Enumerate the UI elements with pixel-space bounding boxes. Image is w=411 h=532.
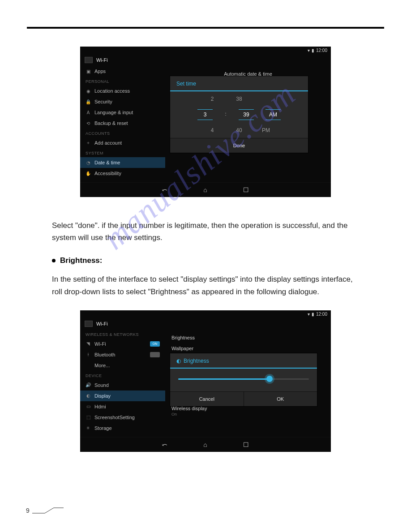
minute-selected[interactable]: 39 bbox=[239, 109, 254, 120]
status-time: 12:00 bbox=[316, 48, 327, 53]
sidebar-item-label: Hdmi bbox=[94, 404, 106, 409]
sidebar-item-apps[interactable]: ▣Apps bbox=[80, 66, 165, 77]
wifi-icon: ◥ bbox=[86, 341, 91, 347]
sidebar-item-label: More... bbox=[94, 363, 110, 368]
lock-icon: 🔒 bbox=[86, 99, 91, 104]
hdmi-icon: ▭ bbox=[86, 404, 91, 409]
sidebar-item-more[interactable]: More... bbox=[80, 360, 165, 371]
wifi-tile-icon bbox=[85, 57, 93, 63]
sound-icon: 🔊 bbox=[86, 382, 91, 388]
battery-icon: ▮ bbox=[312, 312, 314, 317]
slider-fill bbox=[178, 378, 270, 380]
content-brightness[interactable]: Brightness bbox=[170, 332, 326, 343]
more-icon bbox=[86, 363, 91, 368]
camera-icon: ⬚ bbox=[86, 415, 91, 420]
sidebar-item-security[interactable]: 🔒Security bbox=[80, 96, 165, 107]
sidebar-item-bluetooth[interactable]: ᚼBluetooth bbox=[80, 349, 165, 360]
bt-toggle[interactable] bbox=[150, 352, 160, 357]
hour-prev[interactable]: 2 bbox=[205, 94, 220, 104]
settings-sidebar: WIRELESS & NETWORKS ◥Wi-FiON ᚼBluetooth … bbox=[80, 330, 165, 437]
sidebar-item-label: Sound bbox=[94, 382, 109, 388]
hour-selected[interactable]: 3 bbox=[197, 109, 213, 120]
wireless-display-sub: On bbox=[171, 412, 325, 416]
screenshot-set-time: ▾ ▮ 12:00 Wi-Fi ▣Apps PERSONAL ◉Location… bbox=[80, 47, 331, 197]
hand-icon: ✋ bbox=[86, 171, 91, 176]
cancel-button[interactable]: Cancel bbox=[170, 392, 244, 406]
status-bar: ▾ ▮ 12:00 bbox=[80, 47, 331, 54]
sidebar-item-label: Security bbox=[94, 99, 112, 104]
page-number: 9 bbox=[26, 507, 30, 514]
sidebar-header-accounts: ACCOUNTS bbox=[80, 129, 165, 137]
back-icon[interactable]: ⤺ bbox=[162, 186, 167, 193]
page-top-rule bbox=[27, 27, 384, 29]
sidebar-header-personal: PERSONAL bbox=[80, 77, 165, 86]
sidebar-item-label: Location access bbox=[94, 88, 130, 94]
wifi-header-row: Wi-Fi bbox=[80, 54, 331, 66]
sidebar-item-language[interactable]: ALanguage & input bbox=[80, 107, 165, 118]
done-button[interactable]: Done bbox=[170, 138, 308, 153]
dialog-title-label: Brightness bbox=[184, 358, 209, 364]
sidebar-item-backup[interactable]: ⟲Backup & reset bbox=[80, 118, 165, 129]
language-icon: A bbox=[86, 110, 91, 115]
content-wallpaper[interactable]: Wallpaper bbox=[170, 343, 326, 354]
sidebar-item-accessibility[interactable]: ✋Accessibility bbox=[80, 168, 165, 179]
page-footer-line-icon bbox=[32, 507, 64, 514]
set-time-dialog: Set time 2 38 3 : 39 AM 4 40 PM Done bbox=[170, 76, 308, 153]
brightness-dialog: ◐Brightness Cancel OK bbox=[170, 353, 317, 407]
sidebar-item-label: Backup & reset bbox=[94, 120, 128, 126]
sidebar-item-add-account[interactable]: ＋Add account bbox=[80, 137, 165, 148]
sidebar-header-wireless: WIRELESS & NETWORKS bbox=[80, 330, 165, 339]
wifi-tile-icon bbox=[85, 321, 93, 327]
brightness-slider[interactable] bbox=[178, 378, 309, 380]
sidebar-item-display[interactable]: ◐Display bbox=[80, 390, 165, 401]
recent-icon[interactable]: ☐ bbox=[243, 441, 249, 448]
paragraph-done: Select "done". if the input number is le… bbox=[52, 219, 359, 244]
dialog-title: ◐Brightness bbox=[170, 353, 317, 369]
storage-icon: ≡ bbox=[86, 425, 91, 431]
status-time: 12:00 bbox=[316, 312, 327, 317]
status-bar: ▾ ▮ 12:00 bbox=[80, 310, 331, 318]
sidebar-item-screenshot[interactable]: ⬚ScreenshotSetting bbox=[80, 412, 165, 423]
sidebar-item-storage[interactable]: ≡Storage bbox=[80, 423, 165, 433]
bluetooth-icon: ᚼ bbox=[86, 352, 91, 357]
sidebar-item-label: Add account bbox=[94, 140, 122, 146]
slider-thumb[interactable] bbox=[266, 376, 273, 382]
ampm-next[interactable]: PM bbox=[258, 125, 274, 135]
sidebar-item-hdmi[interactable]: ▭Hdmi bbox=[80, 401, 165, 412]
sidebar-header-device: DEVICE bbox=[80, 371, 165, 380]
sidebar-item-label: Display bbox=[94, 393, 111, 399]
nav-bar: ⤺ ⌂ ☐ bbox=[80, 182, 331, 197]
sidebar-item-label: Wi-Fi bbox=[94, 341, 106, 347]
wifi-status-icon: ▾ bbox=[308, 48, 310, 53]
hour-next[interactable]: 4 bbox=[205, 125, 220, 135]
home-icon[interactable]: ⌂ bbox=[203, 186, 207, 193]
nav-bar: ⤺ ⌂ ☐ bbox=[80, 437, 331, 452]
sidebar-header-system: SYSTEM bbox=[80, 148, 165, 157]
sidebar-item-wifi[interactable]: ◥Wi-FiON bbox=[80, 339, 165, 349]
minute-prev[interactable]: 38 bbox=[231, 94, 247, 104]
time-colon: : bbox=[224, 109, 227, 120]
minute-next[interactable]: 40 bbox=[231, 125, 247, 135]
bullet-dot-icon bbox=[52, 259, 56, 262]
backup-icon: ⟲ bbox=[86, 120, 91, 126]
back-icon[interactable]: ⤺ bbox=[162, 441, 167, 448]
plus-icon: ＋ bbox=[86, 140, 91, 146]
sidebar-item-location[interactable]: ◉Location access bbox=[80, 86, 165, 96]
home-icon[interactable]: ⌂ bbox=[203, 441, 207, 448]
battery-icon: ▮ bbox=[312, 48, 314, 53]
wifi-toggle[interactable]: ON bbox=[150, 341, 160, 347]
ampm-selected[interactable]: AM bbox=[265, 109, 281, 120]
sidebar-item-sound[interactable]: 🔊Sound bbox=[80, 380, 165, 390]
sidebar-item-label: Accessibility bbox=[94, 171, 121, 176]
brightness-heading: Brightness: bbox=[52, 256, 359, 265]
sidebar-item-label: Storage bbox=[94, 425, 112, 431]
recent-icon[interactable]: ☐ bbox=[243, 186, 249, 193]
paragraph-brightness: In the setting of the interface to selec… bbox=[52, 273, 359, 297]
ok-button[interactable]: OK bbox=[244, 392, 317, 406]
screenshot-brightness: ▾ ▮ 12:00 Wi-Fi WIRELESS & NETWORKS ◥Wi-… bbox=[80, 310, 331, 452]
sidebar-item-label: Apps bbox=[94, 69, 106, 74]
sidebar-item-datetime[interactable]: ◔Date & time bbox=[80, 157, 165, 168]
sidebar-item-label: Date & time bbox=[94, 160, 120, 165]
page-footer: 9 bbox=[26, 507, 64, 514]
sidebar-item-label: ScreenshotSetting bbox=[94, 415, 135, 420]
